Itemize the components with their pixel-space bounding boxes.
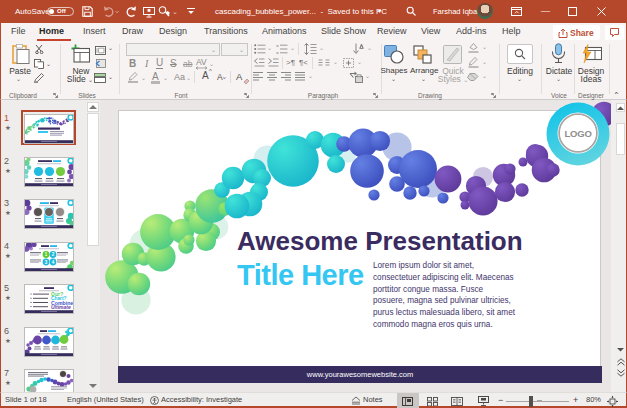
svg-text:LOGO: LOGO bbox=[564, 128, 591, 139]
svg-text:Ultimate: Ultimate bbox=[51, 304, 71, 310]
